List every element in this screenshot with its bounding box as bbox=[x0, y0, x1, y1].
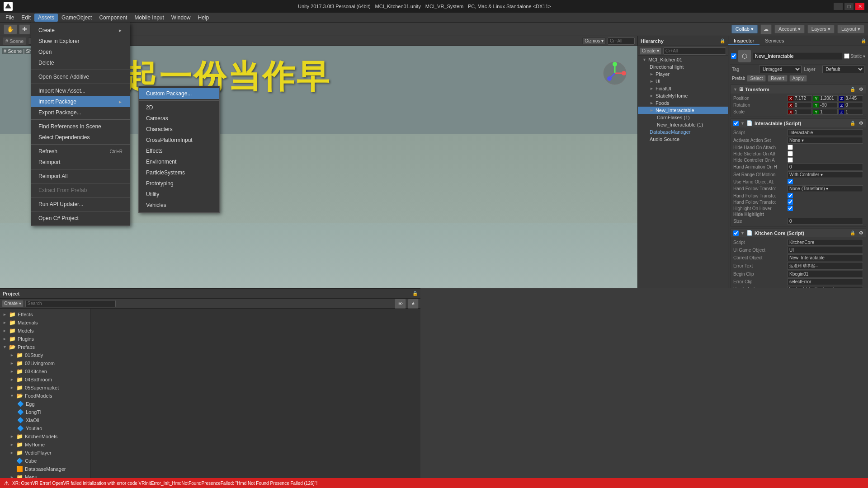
gizmos-dropdown[interactable]: Gizmos ▾ bbox=[582, 38, 606, 44]
ctx-extract-prefab[interactable]: Extract From Prefab bbox=[31, 185, 130, 196]
pos-z-val[interactable]: 3.445 bbox=[844, 96, 863, 101]
tree-04bathroom[interactable]: ► 📁 04Bathroom bbox=[0, 375, 90, 384]
project-star-button[interactable]: ★ bbox=[408, 299, 419, 309]
collab-button[interactable]: Collab ▾ bbox=[731, 25, 758, 33]
tree-youtiao[interactable]: 🔷 Youtiao bbox=[0, 424, 90, 432]
hand-follow2-checkbox[interactable] bbox=[788, 193, 793, 198]
tree-05supermarket[interactable]: ► 📁 05Supermarket bbox=[0, 384, 90, 392]
rot-y-val[interactable]: -90 bbox=[819, 103, 837, 108]
ctx-find-references[interactable]: Find References In Scene bbox=[31, 121, 130, 132]
ctx-prototyping[interactable]: Prototyping bbox=[139, 178, 219, 189]
menu-help[interactable]: Help bbox=[194, 14, 213, 22]
hierarchy-item-ui[interactable]: ► UI bbox=[638, 78, 728, 85]
project-create-button[interactable]: Create ▾ bbox=[2, 300, 24, 307]
minimize-button[interactable]: — bbox=[834, 3, 843, 10]
tree-foodmodels[interactable]: ▼ 📂 FoodModels bbox=[0, 392, 90, 400]
tag-select[interactable]: Untagged bbox=[759, 66, 802, 73]
tree-01study[interactable]: ► 📁 01Study bbox=[0, 351, 90, 359]
hierarchy-item-mci-kitchen[interactable]: ▼ MCI_Kitchen01 bbox=[638, 56, 728, 63]
ctx-reimport[interactable]: Reimport bbox=[31, 157, 130, 168]
hand-follow1-val[interactable]: None (Transform) ▾ bbox=[788, 185, 863, 192]
hide-hand-checkbox[interactable] bbox=[788, 145, 793, 150]
ctx-vehicles[interactable]: Vehicles bbox=[139, 200, 219, 211]
layout-button[interactable]: Layout ▾ bbox=[837, 25, 864, 33]
inspector-lock-icon[interactable]: 🔒 bbox=[861, 38, 866, 43]
transform-header[interactable]: ▼ ⊞ Transform 🔒 ⚙ bbox=[731, 85, 866, 94]
rot-z-val[interactable]: 0 bbox=[844, 103, 863, 108]
tree-03kitchen[interactable]: ► 📁 03Kitchen bbox=[0, 367, 90, 375]
interactable-settings-icon[interactable]: ⚙ bbox=[859, 121, 863, 126]
script-ref[interactable]: Interactable bbox=[788, 129, 863, 136]
ctx-import-new-asset[interactable]: Import New Asset... bbox=[31, 85, 130, 96]
static-check[interactable] bbox=[844, 53, 849, 59]
apply-button[interactable]: Apply bbox=[789, 75, 807, 82]
tree-plugins[interactable]: ► 📁 Plugins bbox=[0, 335, 90, 343]
hierarchy-item-foods[interactable]: ► Foods bbox=[638, 99, 728, 107]
ctx-run-api-updater[interactable]: Run API Updater... bbox=[31, 199, 130, 210]
kitchen-core-settings-icon[interactable]: ⚙ bbox=[859, 230, 863, 235]
tree-effects[interactable]: ► 📁 Effects bbox=[0, 310, 90, 319]
ctx-effects[interactable]: Effects bbox=[139, 145, 219, 156]
pos-y-val[interactable]: 1.2001 bbox=[819, 96, 837, 101]
project-lock-icon[interactable]: 🔒 bbox=[412, 291, 418, 296]
kitchen-core-header[interactable]: ▼ 📄 Kitchen Core (Script) 🔒 ⚙ bbox=[731, 229, 866, 237]
tree-myhome[interactable]: ► 📁 MyHome bbox=[0, 441, 90, 449]
hierarchy-lock-icon[interactable]: 🔒 bbox=[720, 38, 725, 43]
ctx-show-explorer[interactable]: Show in Explorer bbox=[31, 36, 130, 47]
use-hand-checkbox[interactable] bbox=[788, 179, 793, 184]
hide-skel-checkbox[interactable] bbox=[788, 151, 793, 156]
cloud-button[interactable]: ☁ bbox=[760, 24, 772, 34]
haptic-action-val[interactable]: \actions\default\out\Haptic... bbox=[788, 286, 863, 288]
project-search-input[interactable] bbox=[25, 300, 116, 307]
hierarchy-search-input[interactable] bbox=[663, 47, 726, 55]
kitchen-core-lock-icon[interactable]: 🔒 bbox=[850, 230, 855, 235]
ctx-custom-package[interactable]: Custom Package... bbox=[139, 88, 219, 99]
menu-gameobject[interactable]: GameObject bbox=[58, 14, 95, 22]
hierarchy-item-staticmyhome[interactable]: ► StaticMyHome bbox=[638, 92, 728, 99]
hide-ctrl-checkbox[interactable] bbox=[788, 157, 793, 163]
correct-obj-val[interactable]: New_Interactable bbox=[788, 254, 863, 261]
kc-script-val[interactable]: KitchenCore bbox=[788, 239, 863, 246]
pos-x-val[interactable]: 7.172 bbox=[793, 96, 811, 101]
ctx-export-package[interactable]: Export Package... bbox=[31, 107, 130, 118]
menu-component[interactable]: Component bbox=[95, 14, 131, 22]
project-eye-button[interactable]: 👁 bbox=[395, 299, 406, 309]
tab-inspector[interactable]: Inspector bbox=[728, 37, 760, 45]
interactable-active-checkbox[interactable] bbox=[733, 121, 739, 126]
ctx-utility[interactable]: Utility bbox=[139, 189, 219, 200]
hand-tool-button[interactable]: ✋ bbox=[4, 24, 17, 34]
kitchen-core-active-checkbox[interactable] bbox=[733, 230, 739, 236]
tree-prefabs[interactable]: ▼ 📂 Prefabs bbox=[0, 343, 90, 351]
highlight-hover-checkbox[interactable] bbox=[788, 206, 793, 211]
range-val[interactable]: With Controller ▾ bbox=[788, 171, 863, 178]
ui-go-val[interactable]: UI bbox=[788, 247, 863, 253]
object-active-checkbox[interactable] bbox=[731, 53, 736, 59]
layer-select[interactable]: Default bbox=[822, 66, 865, 73]
ctx-import-package[interactable]: Import Package ► bbox=[31, 96, 130, 107]
rot-x-val[interactable]: 0 bbox=[793, 103, 811, 108]
ctx-delete[interactable]: Delete bbox=[31, 57, 130, 68]
tree-materials[interactable]: ► 📁 Materials bbox=[0, 319, 90, 327]
ctx-environment[interactable]: Environment bbox=[139, 156, 219, 167]
activate-val[interactable]: None ▾ bbox=[788, 137, 863, 144]
ctx-open-scene-additive[interactable]: Open Scene Additive bbox=[31, 71, 130, 82]
hierarchy-item-databasemanager[interactable]: DatabaseManager bbox=[638, 128, 728, 136]
tree-xiaoil[interactable]: 🔷 XiaOil bbox=[0, 416, 90, 424]
scl-z-val[interactable]: 1 bbox=[844, 109, 863, 114]
begin-clip-val[interactable]: Kbegin01 bbox=[788, 271, 863, 277]
scl-y-val[interactable]: 1 bbox=[819, 109, 837, 114]
tree-02livingroom[interactable]: ► 📁 02Livingroom bbox=[0, 359, 90, 367]
object-name-input[interactable] bbox=[753, 52, 842, 60]
ctx-characters[interactable]: Characters bbox=[139, 124, 219, 135]
hand-follow3-checkbox[interactable] bbox=[788, 199, 793, 205]
scene-search-input[interactable] bbox=[608, 38, 635, 45]
ctx-crossplatform[interactable]: CrossPlatformInput bbox=[139, 135, 219, 145]
interactable-lock-icon[interactable]: 🔒 bbox=[850, 121, 855, 126]
transform-settings-icon[interactable]: ⚙ bbox=[859, 87, 863, 92]
tree-vedioplayer[interactable]: ► 📁 VedioPlayer bbox=[0, 449, 90, 457]
tree-longti[interactable]: 🔷 LongTi bbox=[0, 408, 90, 416]
account-button[interactable]: Account ▾ bbox=[774, 25, 805, 33]
ctx-open[interactable]: Open bbox=[31, 47, 130, 57]
hierarchy-item-audio-source[interactable]: Audio Source bbox=[638, 136, 728, 143]
hierarchy-create-button[interactable]: Create ▾ bbox=[640, 47, 661, 55]
